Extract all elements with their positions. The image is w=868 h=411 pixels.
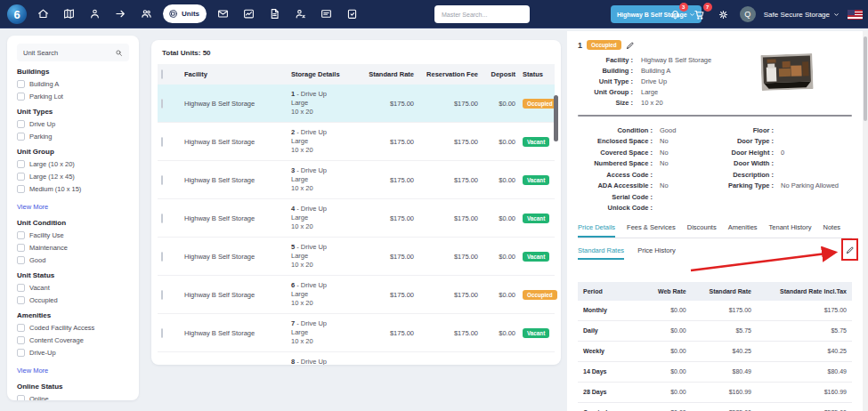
unit-row[interactable]: Highway B Self Storage6 - Drive UpLarge1… [158,276,555,314]
checkbox[interactable] [17,256,25,264]
filter-option-coded-facility-access[interactable]: Coded Facility Access [17,323,129,333]
filter-option-drive-up[interactable]: Drive Up [17,119,129,129]
filter-option-facility-use[interactable]: Facility Use [17,230,129,240]
unit-search-box[interactable] [17,44,129,61]
nav-clipboard-check-button[interactable] [343,4,361,23]
checkbox[interactable] [17,120,25,128]
filter-option-online[interactable]: Online [17,394,129,400]
unit-row[interactable]: Highway B Self Storage5 - Drive UpLarge1… [158,238,555,276]
checkbox[interactable] [17,160,25,168]
field-label: Covered Space : [578,149,653,157]
deposit-cell: $0.00 [482,238,519,276]
page-scrollbar[interactable] [863,31,868,411]
row-checkbox[interactable] [161,252,163,262]
nav-user-remove-button[interactable] [291,4,310,23]
view-more-link[interactable]: View More [17,203,48,211]
units-table-scrollbar[interactable] [554,95,558,141]
cart-button[interactable]: 7 [692,6,708,22]
filter-option-parking-lot[interactable]: Parking Lot [17,92,129,101]
tab-discounts[interactable]: Discounts [687,223,717,238]
tab-notes[interactable]: Notes [823,223,841,238]
filter-option-parking[interactable]: Parking [17,132,129,141]
select-all-checkbox[interactable] [161,69,163,79]
filter-option-vacant[interactable]: Vacant [17,283,129,293]
unit-row[interactable]: Highway B Self Storage2 - Drive UpLarge1… [158,123,555,161]
checkbox[interactable] [17,231,25,239]
filter-option-occupied[interactable]: Occupied [17,295,129,305]
edit-rates-button[interactable] [841,238,858,261]
storage-details: 1 - Drive UpLarge10 x 20 [291,90,361,117]
us-flag-icon[interactable] [848,10,863,20]
filter-section-buildings: BuildingsBuilding AParking Lot [17,68,129,101]
filter-option-content-coverage[interactable]: Content Coverage [17,335,129,345]
checkbox[interactable] [17,336,25,344]
edit-unit-button[interactable] [626,41,635,50]
row-checkbox[interactable] [161,175,163,185]
nav-users-button[interactable] [137,4,156,23]
row-checkbox[interactable] [161,214,163,223]
nav-home-button[interactable] [34,4,53,23]
row-checkbox[interactable] [161,137,163,147]
notifications-button[interactable]: 3 [668,6,684,22]
checkbox[interactable] [17,284,25,292]
filter-option-large-12-x-45[interactable]: Large (12 x 45) [17,172,129,181]
account-menu[interactable]: Safe Secure Storage [764,11,840,19]
field-label: Parking Type : [715,181,774,189]
row-checkbox[interactable] [161,328,163,338]
app-logo[interactable]: 6 [7,4,27,24]
checkbox[interactable] [17,133,25,141]
tab-fees-services[interactable]: Fees & Services [627,223,676,238]
filter-option-maintenance[interactable]: Maintenance [17,243,129,253]
card-icon [320,8,332,20]
nav-mail-button[interactable] [214,4,232,23]
checkbox[interactable] [17,296,25,304]
master-search-input[interactable] [434,5,530,23]
checkbox[interactable] [17,324,25,332]
view-more-link[interactable]: View More [17,367,48,375]
filter-option-drive-up[interactable]: Drive-Up [17,348,129,358]
filter-option-medium-10-x-15[interactable]: Medium (10 x 15) [17,184,129,194]
nav-item-label: Units [182,10,199,18]
rate-cell: $175.00 [757,301,852,321]
checkbox[interactable] [17,185,25,193]
nav-map-button[interactable] [60,4,78,23]
unit-row[interactable]: Highway B Self Storage3 - Drive UpLarge1… [158,161,555,199]
filter-option-building-a[interactable]: Building A [17,79,129,89]
reservation-fee-cell: $175.00 [418,123,482,161]
nav-arrow-right-button[interactable] [111,4,130,23]
settings-button[interactable] [716,6,732,22]
field-label: Size : [578,99,633,107]
unit-photo[interactable] [760,53,813,91]
nav-kiosk-button[interactable] [85,4,104,23]
checkbox[interactable] [17,395,25,400]
row-checkbox[interactable] [161,290,163,300]
tab-tenant-history[interactable]: Tenant History [769,223,812,238]
row-checkbox-cell [158,161,181,199]
tab-amenities[interactable]: Amenities [728,223,758,238]
unit-search-input[interactable] [23,49,112,57]
unit-row[interactable]: Highway B Self Storage1 - Drive UpLarge1… [158,85,555,123]
unit-row[interactable]: Highway B Self Storage7 - Drive UpLarge1… [158,314,555,352]
search-icon [115,49,123,57]
checkbox[interactable] [17,93,25,101]
checkbox[interactable] [17,80,25,88]
nav-document-button[interactable] [265,4,284,23]
nav-units-button[interactable]: Units [163,4,207,23]
unit-row[interactable]: Highway B Self Storage8 - Drive UpLarge1… [158,352,555,366]
nav-chart-button[interactable] [239,4,258,23]
checkbox[interactable] [17,244,25,252]
subtab-price-history[interactable]: Price History [637,246,676,260]
unit-status-badge: Occupied [587,40,621,50]
checkbox[interactable] [17,349,25,357]
row-checkbox[interactable] [161,99,163,109]
nav-card-button[interactable] [317,4,336,23]
unit-row[interactable]: Highway B Self Storage4 - Drive UpLarge1… [158,199,555,238]
filter-option-good[interactable]: Good [17,255,129,265]
filter-option-large-10-x-20[interactable]: Large (10 x 20) [17,159,129,169]
facility-cell: Highway B Self Storage [181,199,288,238]
page-scrollbar-thumb[interactable] [864,36,867,121]
checkbox[interactable] [17,173,25,181]
subtab-standard-rates[interactable]: Standard Rates [578,246,624,260]
tab-price-details[interactable]: Price Details [578,223,615,238]
avatar[interactable]: Q [740,6,756,22]
